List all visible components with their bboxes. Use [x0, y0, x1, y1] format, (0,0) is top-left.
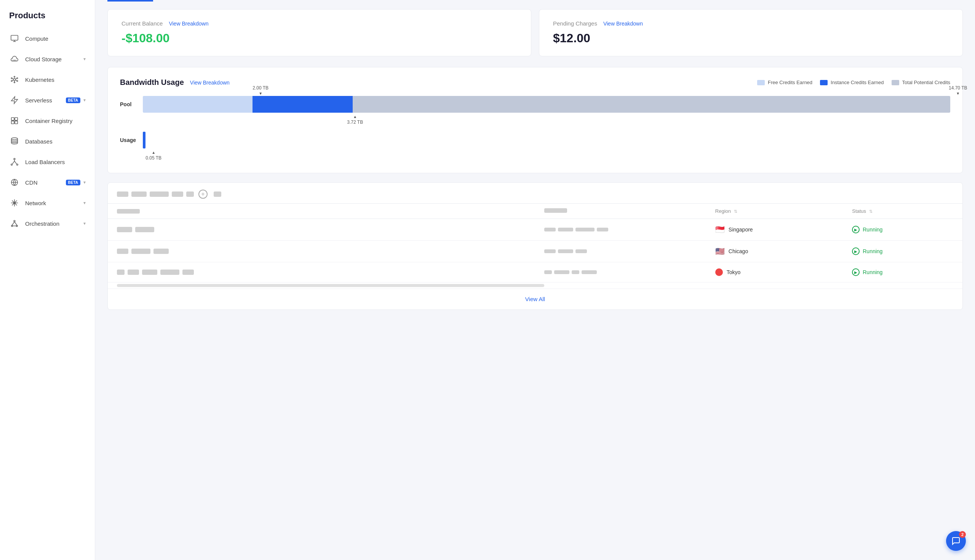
usage-tick-arrow: ▲ — [152, 150, 155, 155]
svg-point-10 — [17, 80, 18, 82]
bandwidth-header: Bandwidth Usage View Breakdown Free Cred… — [120, 78, 950, 87]
bandwidth-view-breakdown-link[interactable]: View Breakdown — [190, 80, 230, 86]
view-all-link[interactable]: View All — [525, 296, 545, 302]
bandwidth-title: Bandwidth Usage — [120, 78, 184, 87]
current-balance-card: Current Balance View Breakdown -$108.00 — [107, 9, 531, 56]
col-header-region: Region ⇅ — [706, 204, 843, 219]
row2-other-cell — [535, 241, 706, 262]
sidebar-item-load-balancers-label: Load Balancers — [25, 159, 86, 165]
row3-name-cell — [108, 262, 535, 282]
svg-rect-19 — [15, 118, 18, 120]
tab-accent — [107, 0, 153, 2]
singapore-region-label: Singapore — [729, 227, 753, 233]
usage-bar-container: ▲ 0.05 TB — [143, 132, 950, 148]
pending-charges-view-link[interactable]: View Breakdown — [603, 20, 643, 27]
chicago-flag-icon: 🇺🇸 — [715, 247, 725, 256]
svg-rect-18 — [12, 118, 14, 120]
sidebar-item-container-registry[interactable]: Container Registry — [0, 110, 95, 131]
pool-tick-372tb: ▲ 3.72 TB — [347, 115, 363, 125]
chat-bubble[interactable]: 2 — [946, 531, 966, 551]
main-content: Current Balance View Breakdown -$108.00 … — [95, 0, 975, 560]
row3-status-label: Running — [863, 269, 882, 275]
databases-icon — [9, 136, 20, 147]
orchestration-chevron-icon: ▾ — [83, 221, 86, 226]
pool-label: Pool — [120, 101, 143, 107]
current-balance-view-link[interactable]: View Breakdown — [169, 20, 208, 27]
svg-point-9 — [11, 80, 12, 82]
row1-status-icon: ▶ — [852, 226, 860, 233]
col-header-blur — [117, 209, 140, 213]
toolbar-blur-4 — [172, 192, 183, 197]
sidebar-item-network[interactable]: Network ▾ — [0, 193, 95, 213]
svg-point-23 — [14, 158, 15, 160]
svg-rect-21 — [15, 121, 18, 124]
svg-point-28 — [14, 220, 15, 222]
row2-region-cell: 🇺🇸 Chicago — [706, 241, 843, 262]
col-header-status: Status ⇅ — [843, 204, 962, 219]
sidebar-item-cdn[interactable]: CDN BETA ▾ — [0, 172, 95, 193]
usage-tick: ▲ 0.05 TB — [145, 150, 162, 161]
chicago-region-label: Chicago — [729, 248, 748, 254]
free-credits-label: Free Credits Earned — [768, 80, 812, 85]
pool-free-segment — [143, 96, 252, 113]
compute-icon — [9, 33, 20, 44]
sidebar-item-compute[interactable]: Compute — [0, 28, 95, 49]
row2-status-label: Running — [863, 248, 882, 254]
sidebar-item-orchestration[interactable]: Orchestration ▾ — [0, 213, 95, 234]
usage-label: Usage — [120, 137, 143, 143]
sidebar-item-databases[interactable]: Databases — [0, 131, 95, 152]
view-all-row: View All — [108, 288, 962, 310]
sidebar-title: Products — [0, 0, 95, 28]
sidebar-item-compute-label: Compute — [25, 35, 86, 42]
row1-status-label: Running — [863, 227, 882, 233]
usage-fill — [143, 132, 145, 148]
serverless-icon — [9, 95, 20, 105]
row3-other-cell — [535, 262, 706, 282]
svg-point-25 — [17, 164, 18, 166]
toolbar-blur-6 — [214, 192, 221, 197]
region-sort-icon[interactable]: ⇅ — [734, 209, 737, 213]
table-scrollbar[interactable] — [117, 284, 544, 287]
sidebar-item-kubernetes[interactable]: Kubernetes — [0, 69, 95, 90]
cloud-storage-icon — [9, 54, 20, 64]
sidebar-item-load-balancers[interactable]: Load Balancers — [0, 152, 95, 172]
sidebar: Products Compute Cloud Storage ▾ Kuberne… — [0, 0, 95, 560]
pool-tick-200tb-label: 2.00 TB — [252, 85, 269, 91]
network-chevron-icon: ▾ — [83, 200, 86, 205]
svg-point-8 — [17, 78, 18, 79]
toolbar-blur-3 — [150, 192, 169, 197]
sidebar-item-serverless[interactable]: Serverless BETA ▾ — [0, 90, 95, 110]
usage-tick-label: 0.05 TB — [145, 155, 162, 161]
row2-status-icon: ▶ — [852, 247, 860, 255]
pool-tick-1470tb-label: 14.70 TB — [949, 85, 967, 91]
pending-charges-amount: $12.00 — [553, 31, 949, 45]
load-balancers-icon — [9, 157, 20, 167]
status-sort-icon[interactable]: ⇅ — [869, 209, 873, 213]
svg-rect-0 — [11, 35, 18, 40]
svg-point-24 — [11, 164, 13, 166]
pool-tick-372tb-arrow: ▲ — [353, 115, 357, 119]
balance-cards: Current Balance View Breakdown -$108.00 … — [107, 9, 963, 56]
pending-charges-card: Pending Charges View Breakdown $12.00 — [539, 9, 963, 56]
chat-notification-badge: 2 — [959, 531, 966, 538]
sidebar-item-cloud-storage[interactable]: Cloud Storage ▾ — [0, 49, 95, 69]
bandwidth-section: Bandwidth Usage View Breakdown Free Cred… — [107, 67, 963, 173]
usage-bar — [143, 132, 950, 148]
sidebar-item-network-label: Network — [25, 200, 80, 206]
col-header-other — [535, 204, 706, 219]
pool-instance-segment — [252, 96, 353, 113]
region-header-label: Region — [715, 208, 731, 214]
status-header-label: Status — [852, 208, 866, 214]
add-button[interactable]: + — [199, 190, 207, 199]
singapore-flag-icon: 🇸🇬 — [715, 225, 725, 234]
row3-status-icon: ▶ — [852, 268, 860, 276]
table-row: 🇸🇬 Singapore ▶ Running — [108, 219, 962, 241]
total-credits-label: Total Potential Credits — [902, 80, 950, 85]
pending-charges-label: Pending Charges — [553, 20, 597, 27]
svg-point-22 — [12, 138, 18, 140]
orchestration-icon — [9, 218, 20, 229]
row3-region-cell: Tokyo — [706, 262, 843, 282]
serverless-chevron-icon: ▾ — [83, 97, 86, 103]
legend-free-credits: Free Credits Earned — [757, 80, 812, 85]
sidebar-item-container-registry-label: Container Registry — [25, 118, 86, 124]
